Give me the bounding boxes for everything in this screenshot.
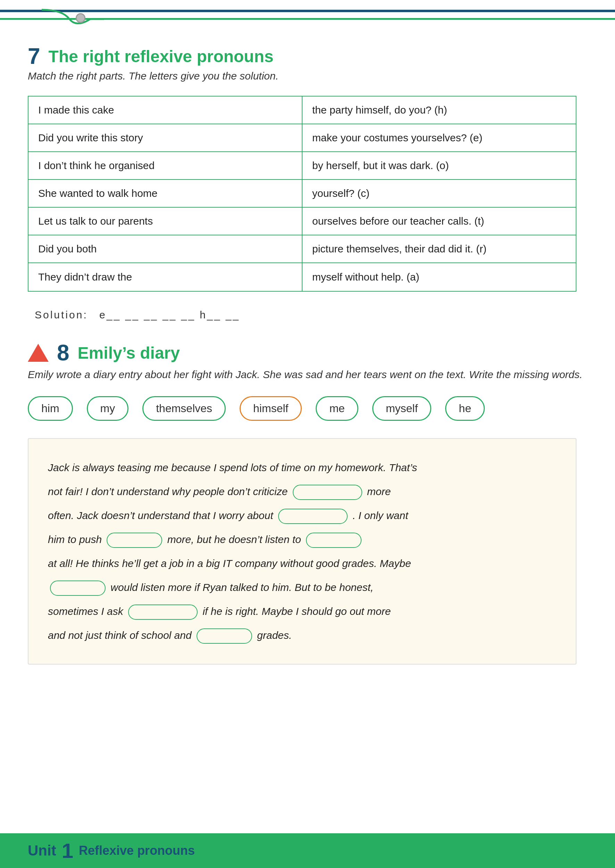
word-bubble-himself: himself [240, 396, 302, 421]
list-item: Let us talk to our parents [28, 207, 302, 235]
header-curve [42, 0, 104, 31]
section8-subtitle: Emily wrote a diary entry about her figh… [28, 367, 587, 382]
section8-title-row: 8 Emily’s diary [28, 342, 587, 364]
list-item: by herself, but it was dark. (o) [303, 152, 576, 180]
list-item: picture themselves, their dad did it. (r… [303, 235, 576, 263]
blank-field-7[interactable] [197, 628, 252, 644]
section7-title-row: 7 The right reflexive pronouns [28, 45, 587, 67]
word-bubble-themselves: themselves [142, 396, 226, 421]
footer-unit-number: 1 [62, 839, 73, 863]
diary-line-1: Jack is always teasing me because I spen… [48, 455, 556, 480]
section7-heading: The right reflexive pronouns [48, 47, 274, 66]
blank-field-3[interactable] [107, 533, 162, 548]
list-item: They didn’t draw the [28, 263, 302, 291]
list-item: Did you both [28, 235, 302, 263]
diary-line-8: and not just think of school and grades. [48, 623, 556, 647]
main-content: 7 The right reflexive pronouns Match the… [0, 31, 615, 678]
diary-textbox: Jack is always teasing me because I spen… [28, 438, 576, 665]
list-item: Did you write this story [28, 124, 302, 152]
top-decoration [0, 0, 615, 31]
blank-field-4[interactable] [306, 533, 362, 548]
match-left-column: I made this cake Did you write this stor… [28, 97, 303, 291]
section8-number: 8 [57, 342, 69, 364]
diary-line-7: sometimes I ask if he is right. Maybe I … [48, 599, 556, 623]
solution-text: e__ __ __ __ __ h__ __ [99, 309, 240, 321]
diary-line-5: at all! He thinks he’ll get a job in a b… [48, 552, 556, 575]
blank-field-1[interactable] [293, 485, 362, 500]
list-item: I made this cake [28, 97, 302, 124]
match-right-column: the party himself, do you? (h) make your… [303, 97, 576, 291]
triangle-icon [28, 344, 48, 362]
match-table: I made this cake Did you write this stor… [28, 96, 576, 291]
blank-field-5[interactable] [50, 581, 106, 596]
section7-number: 7 [28, 45, 40, 67]
solution-line: Solution: e__ __ __ __ __ h__ __ [28, 309, 587, 321]
word-bubbles: him my themselves himself me myself he [28, 396, 587, 421]
page-footer: Unit 1 Reflexive pronouns [0, 833, 615, 868]
list-item: I don’t think he organised [28, 152, 302, 180]
list-item: She wanted to walk home [28, 180, 302, 207]
list-item: the party himself, do you? (h) [303, 97, 576, 124]
footer-unit-text: Reflexive pronouns [79, 843, 195, 858]
word-bubble-my: my [87, 396, 129, 421]
diary-line-3: often. Jack doesn’t understand that I wo… [48, 503, 556, 527]
header-ball [76, 13, 86, 23]
blank-field-6[interactable] [128, 605, 198, 620]
word-bubble-him: him [28, 396, 73, 421]
diary-line-6: would listen more if Ryan talked to him.… [48, 575, 556, 599]
word-bubble-myself: myself [372, 396, 431, 421]
diary-line-2: not fair! I don’t understand why people … [48, 480, 556, 503]
blank-field-2[interactable] [278, 509, 348, 524]
diary-line-4: him to push more, but he doesn’t listen … [48, 527, 556, 552]
footer-unit-label: Unit [28, 842, 56, 859]
word-bubble-me: me [316, 396, 358, 421]
word-bubble-he: he [445, 396, 485, 421]
list-item: make your costumes yourselves? (e) [303, 124, 576, 152]
list-item: yourself? (c) [303, 180, 576, 207]
list-item: myself without help. (a) [303, 263, 576, 291]
solution-label: Solution: [35, 309, 88, 321]
section8-heading: Emily’s diary [78, 343, 180, 363]
list-item: ourselves before our teacher calls. (t) [303, 207, 576, 235]
section7-subtitle: Match the right parts. The letters give … [28, 70, 587, 82]
